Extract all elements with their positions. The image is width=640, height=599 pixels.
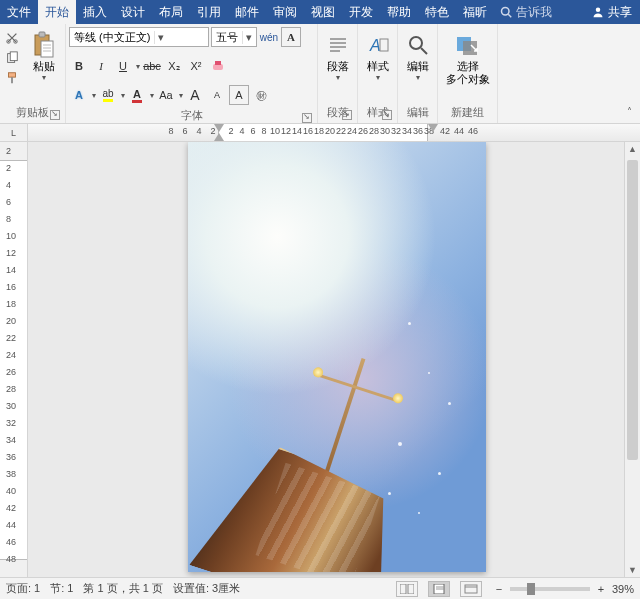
svg-rect-28 — [408, 584, 414, 594]
page[interactable] — [188, 142, 486, 572]
svg-rect-7 — [8, 73, 15, 77]
paragraph-button[interactable]: 段落 ▾ — [319, 26, 357, 82]
zoom-percent[interactable]: 39% — [612, 583, 634, 595]
paste-button[interactable]: 粘贴 ▾ — [25, 26, 63, 82]
change-case-button[interactable]: Aa — [156, 85, 176, 105]
chevron-down-icon[interactable]: ▾ — [150, 91, 154, 100]
hanging-indent-marker[interactable] — [214, 133, 224, 141]
strikethrough-button[interactable]: abc — [142, 56, 162, 76]
tab-help[interactable]: 帮助 — [380, 0, 418, 24]
text-effects-button[interactable]: A — [69, 85, 89, 105]
phonetic-guide-button[interactable]: wén — [259, 27, 279, 47]
format-painter-icon[interactable] — [3, 70, 21, 86]
chevron-down-icon[interactable]: ▾ — [92, 91, 96, 100]
scroll-thumb[interactable] — [627, 160, 638, 460]
highlight-button[interactable]: ab — [98, 85, 118, 105]
status-page-count[interactable]: 第 1 页，共 1 页 — [83, 581, 162, 596]
scroll-down-button[interactable]: ▼ — [625, 565, 640, 575]
character-border-button[interactable]: A — [281, 27, 301, 47]
bold-button[interactable]: B — [69, 56, 89, 76]
chevron-down-icon: ▾ — [336, 73, 340, 82]
superscript-button[interactable]: X² — [186, 56, 206, 76]
tell-me-search[interactable]: 告诉我 — [494, 0, 558, 24]
tab-features[interactable]: 特色 — [418, 0, 456, 24]
document-canvas[interactable]: ↖ — [28, 142, 624, 577]
font-family-combo[interactable]: 等线 (中文正文) ▾ — [69, 27, 209, 47]
tab-developer[interactable]: 开发 — [342, 0, 380, 24]
font-family-value: 等线 (中文正文) — [70, 30, 154, 45]
svg-point-2 — [596, 8, 601, 13]
chevron-down-icon[interactable]: ▾ — [121, 91, 125, 100]
shrink-font-button[interactable]: A — [207, 85, 227, 105]
italic-button[interactable]: I — [91, 56, 111, 76]
subscript-button[interactable]: X₂ — [164, 56, 184, 76]
tab-layout[interactable]: 布局 — [152, 0, 190, 24]
vertical-ruler[interactable]: 2246810121416182022242628303234363840424… — [0, 142, 28, 577]
svg-rect-10 — [39, 32, 45, 37]
svg-rect-11 — [41, 41, 53, 57]
vertical-scrollbar[interactable]: ▲ ▼ — [624, 142, 640, 577]
tab-home[interactable]: 开始 — [38, 0, 76, 24]
first-line-indent-marker[interactable] — [214, 124, 224, 132]
tab-file[interactable]: 文件 — [0, 0, 38, 24]
underline-button[interactable]: U — [113, 56, 133, 76]
styles-button[interactable]: A 样式 ▾ — [359, 26, 397, 82]
status-page[interactable]: 页面: 1 — [6, 581, 40, 596]
editing-button[interactable]: 编辑 ▾ — [399, 26, 437, 82]
enclose-characters-button[interactable]: ㊖ — [251, 85, 271, 105]
group-new: 选择多个对象 新建组 — [438, 24, 498, 123]
tab-references[interactable]: 引用 — [190, 0, 228, 24]
tab-review[interactable]: 审阅 — [266, 0, 304, 24]
group-editing: 编辑 ▾ 编辑 — [398, 24, 438, 123]
tab-foxit[interactable]: 福昕 — [456, 0, 494, 24]
cut-icon[interactable] — [3, 30, 21, 46]
tab-design[interactable]: 设计 — [114, 0, 152, 24]
view-read-mode-button[interactable] — [396, 581, 418, 597]
right-indent-marker[interactable] — [428, 124, 438, 132]
font-dialog-launcher[interactable] — [302, 113, 312, 123]
collapse-ribbon-button[interactable]: ˄ — [627, 106, 632, 117]
zoom-slider[interactable] — [510, 587, 590, 591]
zoom-in-button[interactable]: + — [594, 583, 608, 595]
font-size-combo[interactable]: 五号 ▾ — [211, 27, 257, 47]
svg-rect-27 — [400, 584, 406, 594]
styles-label: 样式 — [367, 60, 389, 73]
tab-mailings[interactable]: 邮件 — [228, 0, 266, 24]
share-button[interactable]: 共享 — [584, 0, 640, 24]
chevron-down-icon[interactable]: ▾ — [179, 91, 183, 100]
svg-rect-32 — [465, 585, 477, 593]
view-web-layout-button[interactable] — [460, 581, 482, 597]
grow-font-button[interactable]: A — [185, 85, 205, 105]
paragraph-label: 段落 — [327, 60, 349, 73]
group-styles-label: 样式 — [361, 103, 394, 123]
character-shading-button[interactable]: A — [229, 85, 249, 105]
font-size-value: 五号 — [212, 30, 242, 45]
svg-rect-22 — [380, 39, 388, 51]
tab-insert[interactable]: 插入 — [76, 0, 114, 24]
clipboard-dialog-launcher[interactable] — [50, 110, 60, 120]
scroll-up-button[interactable]: ▲ — [625, 144, 640, 154]
status-set-value[interactable]: 设置值: 3厘米 — [173, 581, 240, 596]
font-color-button[interactable]: A — [127, 85, 147, 105]
tab-selector[interactable]: L — [0, 124, 28, 141]
paragraph-dialog-launcher[interactable] — [342, 110, 352, 120]
editing-label: 编辑 — [407, 60, 429, 73]
clear-formatting-button[interactable] — [208, 56, 228, 76]
horizontal-ruler[interactable]: L 86422468101214161820222426283032343638… — [0, 124, 640, 142]
chevron-down-icon[interactable]: ▾ — [136, 62, 140, 71]
tab-view[interactable]: 视图 — [304, 0, 342, 24]
styles-dialog-launcher[interactable] — [382, 110, 392, 120]
paste-label: 粘贴 — [33, 60, 55, 73]
chevron-down-icon: ▾ — [42, 73, 46, 82]
status-section[interactable]: 节: 1 — [50, 581, 73, 596]
zoom-out-button[interactable]: − — [492, 583, 506, 595]
copy-icon[interactable] — [3, 50, 21, 66]
svg-point-0 — [502, 8, 510, 16]
group-clipboard-label: 剪贴板 — [3, 103, 62, 123]
svg-rect-16 — [215, 61, 221, 65]
select-multiple-button[interactable]: 选择多个对象 — [440, 26, 496, 86]
share-label: 共享 — [608, 4, 632, 21]
paragraph-icon — [324, 30, 352, 60]
chevron-down-icon: ▾ — [242, 31, 254, 44]
view-print-layout-button[interactable] — [428, 581, 450, 597]
